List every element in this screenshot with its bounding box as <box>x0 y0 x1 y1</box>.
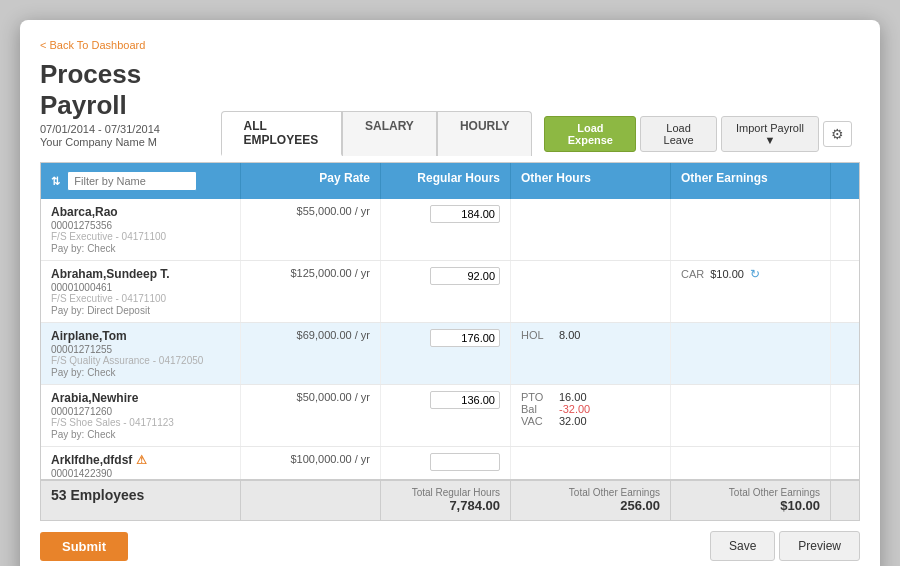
pay-rate-cell: $69,000.00 / yr <box>241 323 381 384</box>
other-earnings-cell <box>671 385 831 446</box>
pay-rate-cell: $100,000.00 / yr <box>241 447 381 479</box>
sort-icon: ⇅ <box>51 175 60 188</box>
table-row: Arabia,Newhire 00001271260 F/S Shoe Sale… <box>41 385 859 447</box>
submit-button[interactable]: Submit <box>40 532 128 561</box>
tab-hourly[interactable]: HOURLY <box>437 111 533 156</box>
other-earnings-cell <box>671 323 831 384</box>
pay-rate-cell: $50,000.00 / yr <box>241 385 381 446</box>
other-earnings-cell: CAR $10.00 ↻ <box>671 261 831 322</box>
tab-bar: ALL EMPLOYEES SALARY HOURLY <box>221 111 533 156</box>
tab-all-employees[interactable]: ALL EMPLOYEES <box>221 111 342 156</box>
regular-hours-input[interactable] <box>430 267 500 285</box>
footer-other-earnings: Total Other Earnings $10.00 <box>671 481 831 520</box>
footer-regular-hours: Total Regular Hours 7,784.00 <box>381 481 511 520</box>
right-action-buttons: Save Preview <box>710 531 860 561</box>
footer-pay-rate <box>241 481 381 520</box>
col-totals: Totals <box>831 163 860 199</box>
total-cell: $4,166.67 <box>831 385 859 446</box>
other-earnings-cell <box>671 199 831 260</box>
tab-salary[interactable]: SALARY <box>342 111 437 156</box>
refresh-icon[interactable]: ↻ <box>750 267 760 281</box>
table-row: Abraham,Sundeep T. 00001000461 F/S Execu… <box>41 261 859 323</box>
col-regular-hours: Regular Hours <box>381 163 511 199</box>
regular-hours-input[interactable] <box>430 453 500 471</box>
load-expense-button[interactable]: Load Expense <box>544 116 636 152</box>
filter-by-name-input[interactable] <box>67 171 197 191</box>
regular-hours-cell[interactable] <box>381 323 511 384</box>
bottom-action-bar: Submit Save Preview <box>40 531 860 561</box>
payroll-table: ⇅ Pay Rate Regular Hours Other Hours Oth… <box>40 162 860 521</box>
col-other-earnings: Other Earnings <box>671 163 831 199</box>
employee-info: Abarca,Rao 00001275356 F/S Executive - 0… <box>41 199 241 260</box>
regular-hours-input[interactable] <box>430 329 500 347</box>
employee-info: Airplane,Tom 00001271255 F/S Quality Ass… <box>41 323 241 384</box>
table-footer: 53 Employees Total Regular Hours 7,784.0… <box>41 479 859 520</box>
pay-rate-cell: $55,000.00 / yr <box>241 199 381 260</box>
footer-grand-total: Grand Totals $375,880.00 <box>831 481 860 520</box>
regular-hours-input[interactable] <box>430 205 500 223</box>
save-button[interactable]: Save <box>710 531 775 561</box>
import-payroll-button[interactable]: Import Payroll ▼ <box>721 116 819 152</box>
regular-hours-cell[interactable] <box>381 447 511 479</box>
other-hours-cell: HOL 8.00 <box>511 323 671 384</box>
regular-hours-cell[interactable] <box>381 385 511 446</box>
employee-info: Arabia,Newhire 00001271260 F/S Shoe Sale… <box>41 385 241 446</box>
date-range: 07/01/2014 - 07/31/2014 <box>40 123 221 135</box>
other-hours-cell: PTO 16.00 Bal -32.00 VAC 32.00 <box>511 385 671 446</box>
table-row: Airplane,Tom 00001271255 F/S Quality Ass… <box>41 323 859 385</box>
employee-list: Abarca,Rao 00001275356 F/S Executive - 0… <box>41 199 859 479</box>
warning-icon: ⚠ <box>136 453 147 467</box>
other-hours-cell <box>511 447 671 479</box>
regular-hours-input[interactable] <box>430 391 500 409</box>
footer-other-hours: Total Other Earnings 256.00 <box>511 481 671 520</box>
employee-info: Arklfdhe,dfdsf ⚠ 00001422390 F/S General… <box>41 447 241 479</box>
table-row: Arklfdhe,dfdsf ⚠ 00001422390 F/S General… <box>41 447 859 479</box>
col-pay-rate: Pay Rate <box>241 163 381 199</box>
back-to-dashboard-link[interactable]: < Back To Dashboard <box>40 39 145 51</box>
other-earnings-cell <box>671 447 831 479</box>
regular-hours-cell[interactable] <box>381 261 511 322</box>
col-employee: ⇅ <box>41 163 241 199</box>
regular-hours-cell[interactable] <box>381 199 511 260</box>
preview-button[interactable]: Preview <box>779 531 860 561</box>
total-cell: $5,750.00 <box>831 323 859 384</box>
other-hours-cell <box>511 261 671 322</box>
company-name: Your Company Name M <box>40 136 221 148</box>
employee-count: 53 Employees <box>51 487 230 503</box>
employee-count-cell: 53 Employees <box>41 481 241 520</box>
table-row: Abarca,Rao 00001275356 F/S Executive - 0… <box>41 199 859 261</box>
other-hours-cell <box>511 199 671 260</box>
total-cell: $4,583.33 <box>831 199 859 260</box>
settings-gear-button[interactable]: ⚙ <box>823 121 852 147</box>
total-cell: $10,426.67 <box>831 261 859 322</box>
total-cell: $8,333.33 <box>831 447 859 479</box>
page-title: Process Payroll <box>40 59 221 121</box>
load-leave-button[interactable]: Load Leave <box>640 116 717 152</box>
pay-rate-cell: $125,000.00 / yr <box>241 261 381 322</box>
col-other-hours: Other Hours <box>511 163 671 199</box>
table-header-row: ⇅ Pay Rate Regular Hours Other Hours Oth… <box>41 163 859 199</box>
employee-info: Abraham,Sundeep T. 00001000461 F/S Execu… <box>41 261 241 322</box>
